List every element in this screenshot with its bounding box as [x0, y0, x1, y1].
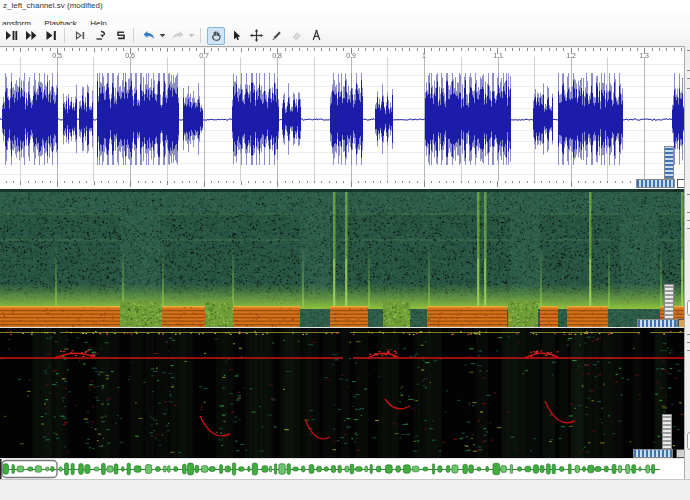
spectrogram-vzoom-wheel[interactable] — [664, 284, 674, 319]
tool-measure-button[interactable] — [307, 27, 325, 45]
loop-button[interactable] — [91, 27, 109, 45]
peaks-hzoom-wheel[interactable] — [633, 449, 673, 458]
cursor-arrow-icon — [230, 29, 243, 42]
pencil-icon — [270, 29, 283, 42]
redo-button[interactable] — [169, 27, 187, 45]
fast-forward-button[interactable] — [22, 27, 40, 45]
peak-spectrogram-pane[interactable] — [0, 328, 686, 458]
move-cross-icon — [250, 29, 263, 42]
skip-to-end-icon — [45, 29, 58, 42]
tool-navigate-button[interactable] — [207, 27, 225, 45]
sonic-visualiser-window: z_left_channel.sv (modified) ansform Pla… — [0, 0, 690, 500]
time-tick-label: 0.8 — [272, 52, 282, 59]
status-area — [0, 479, 690, 500]
tool-edit-button[interactable] — [247, 27, 265, 45]
redo-menu-button[interactable] — [187, 27, 196, 45]
time-tick-label: 0.9 — [346, 52, 356, 59]
tool-select-button[interactable] — [227, 27, 245, 45]
undo-menu-button[interactable] — [158, 27, 167, 45]
time-tick-label: 1.1 — [493, 52, 503, 59]
fast-forward-icon — [25, 29, 38, 42]
title-bar: z_left_channel.sv (modified) — [0, 0, 690, 12]
tool-draw-button[interactable] — [267, 27, 285, 45]
toolbar-separator — [64, 28, 65, 43]
peaks-vzoom-wheel[interactable] — [662, 414, 672, 449]
time-tick-label: 0.5 — [52, 52, 62, 59]
toolbar-separator — [200, 28, 201, 43]
menu-bar: ansform Playback Help — [0, 12, 690, 25]
play-pause-icon — [5, 29, 18, 42]
chevron-down-icon — [159, 33, 166, 38]
play-pause-button[interactable] — [2, 27, 20, 45]
solo-button[interactable] — [111, 27, 129, 45]
time-tick-label: 1.3 — [639, 52, 649, 59]
time-tick-label: 1.2 — [566, 52, 576, 59]
redo-icon — [171, 29, 185, 42]
measure-icon — [310, 29, 323, 42]
toolbar-separator — [133, 28, 134, 43]
loop-icon — [94, 29, 107, 42]
chevron-down-icon — [188, 33, 195, 38]
hand-icon — [210, 29, 223, 42]
eraser-icon — [290, 29, 303, 42]
time-tick-label: 1 — [422, 52, 426, 59]
undo-button[interactable] — [140, 27, 158, 45]
pane-stack: 0.5 0.6 0.7 0.8 0.9 1 1.1 1.2 1.3 — [0, 46, 686, 480]
property-panel-clipped — [684, 46, 690, 479]
waveform-pane[interactable] — [0, 48, 686, 189]
waveform-vzoom-wheel[interactable] — [664, 146, 674, 179]
play-selection-icon — [74, 29, 87, 42]
time-tick-label: 0.6 — [125, 52, 135, 59]
waveform-hzoom-wheel[interactable] — [636, 179, 675, 188]
window-title: z_left_channel.sv (modified) — [3, 1, 103, 10]
time-tick-label: 0.7 — [199, 52, 209, 59]
undo-icon — [142, 29, 156, 42]
toolbar — [0, 25, 690, 47]
play-selection-button[interactable] — [71, 27, 89, 45]
spectrogram-pane[interactable] — [0, 189, 686, 327]
solo-icon — [114, 29, 127, 42]
tool-erase-button[interactable] — [287, 27, 305, 45]
skip-to-end-button[interactable] — [42, 27, 60, 45]
overview-panner[interactable] — [0, 459, 686, 479]
